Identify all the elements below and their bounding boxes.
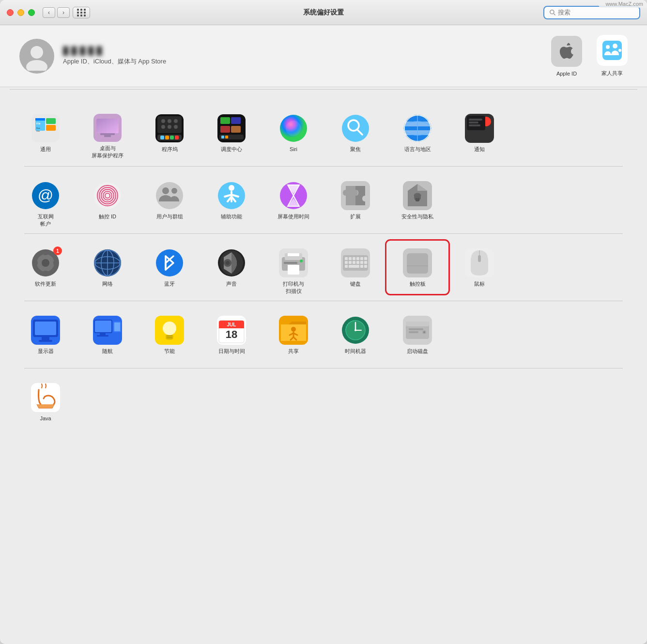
- svg-point-8: [618, 49, 621, 52]
- language-region-pref[interactable]: 语言与地区: [386, 106, 448, 159]
- svg-text:New: New: [36, 127, 40, 129]
- svg-rect-130: [407, 253, 428, 274]
- back-button[interactable]: ‹: [43, 7, 55, 18]
- watermark: www.MacZ.com: [599, 0, 647, 8]
- software-update-pref[interactable]: 1 软件更新: [15, 241, 77, 294]
- maximize-button[interactable]: [28, 9, 35, 16]
- svg-line-1: [554, 14, 555, 15]
- language-region-icon: [403, 114, 432, 143]
- forward-button[interactable]: ›: [57, 7, 70, 18]
- sound-pref[interactable]: 声音: [200, 241, 262, 294]
- trackpad-pref[interactable]: 触控板: [386, 241, 448, 294]
- startup-disk-pref[interactable]: 启动磁盘: [386, 308, 448, 361]
- mission-control-pref[interactable]: 调度中心: [200, 106, 262, 159]
- spotlight-icon: [341, 114, 370, 143]
- screen-time-pref[interactable]: 屏幕使用时间: [262, 173, 324, 227]
- energy-saver-pref[interactable]: 节能: [139, 308, 200, 361]
- general-pref[interactable]: File New One 通用: [15, 106, 77, 159]
- family-icon: [601, 40, 623, 61]
- svg-point-98: [156, 249, 183, 276]
- grid-icon: [77, 9, 86, 16]
- section-divider-5: [24, 368, 623, 368]
- svg-rect-26: [165, 136, 169, 139]
- displays-pref[interactable]: 显示器: [15, 308, 77, 361]
- network-label: 网络: [102, 280, 113, 288]
- sidecar-label: 随航: [102, 348, 113, 355]
- svg-rect-109: [284, 262, 297, 264]
- keyboard-label: 键盘: [350, 280, 361, 288]
- svg-point-29: [161, 119, 165, 123]
- avatar-icon: [22, 42, 51, 71]
- spotlight-label: 聚焦: [350, 146, 361, 153]
- bluetooth-label: 蓝牙: [164, 280, 175, 288]
- update-badge: 1: [53, 246, 62, 255]
- mouse-label: 鼠标: [474, 280, 485, 288]
- dock-pref[interactable]: 程序坞: [139, 106, 200, 159]
- svg-rect-121: [353, 261, 355, 264]
- keyboard-pref[interactable]: 键盘: [324, 241, 386, 294]
- displays-label: 显示器: [38, 348, 54, 355]
- time-machine-pref[interactable]: 时间机器: [324, 308, 386, 361]
- svg-point-6: [606, 45, 610, 49]
- traffic-lights: [7, 9, 35, 16]
- family-sharing-button[interactable]: 家人共享: [597, 35, 628, 77]
- svg-text:File: File: [36, 122, 41, 125]
- notifications-pref[interactable]: 通知: [448, 106, 510, 159]
- desktop-screensaver-icon: [93, 114, 122, 142]
- sharing-pref[interactable]: 共享: [262, 308, 324, 361]
- svg-rect-42: [225, 136, 228, 138]
- mouse-pref[interactable]: 鼠标: [448, 241, 510, 294]
- touchid-pref[interactable]: 触控 ID: [77, 173, 139, 227]
- svg-rect-169: [406, 322, 429, 326]
- profile-subtitle: Apple ID、iCloud、媒体与 App Store: [63, 57, 166, 66]
- family-sharing-label: 家人共享: [601, 70, 623, 77]
- spotlight-pref[interactable]: 聚焦: [324, 106, 386, 159]
- sidecar-pref[interactable]: 随航: [77, 308, 139, 361]
- bluetooth-pref[interactable]: 蓝牙: [139, 241, 200, 294]
- svg-point-161: [291, 327, 296, 332]
- svg-point-7: [613, 44, 617, 48]
- date-time-icon: JUL 18: [217, 316, 246, 345]
- svg-point-148: [163, 322, 176, 335]
- accessibility-pref[interactable]: 辅助功能: [200, 173, 262, 227]
- section-3-grid: 1 软件更新 网络: [15, 236, 632, 299]
- trackpad-icon: [403, 248, 432, 277]
- svg-text:JUL: JUL: [227, 322, 236, 327]
- svg-point-62: [94, 182, 121, 209]
- section-divider-1: [10, 89, 637, 90]
- sound-label: 声音: [226, 280, 237, 288]
- svg-rect-123: [360, 261, 363, 264]
- grid-view-button[interactable]: [73, 7, 90, 18]
- profile-info: █████ Apple ID、iCloud、媒体与 App Store: [63, 46, 166, 66]
- avatar[interactable]: [19, 39, 54, 74]
- siri-pref[interactable]: Siri: [262, 106, 324, 159]
- minimize-button[interactable]: [17, 9, 24, 16]
- svg-rect-28: [175, 136, 179, 139]
- close-button[interactable]: [7, 9, 14, 16]
- users-groups-pref[interactable]: 用户与群组: [139, 173, 200, 227]
- security-privacy-pref[interactable]: 安全性与隐私: [386, 173, 448, 227]
- dock-label: 程序坞: [162, 146, 178, 153]
- extensions-pref[interactable]: 扩展: [324, 173, 386, 227]
- svg-rect-137: [35, 322, 56, 335]
- svg-rect-11: [35, 118, 45, 121]
- desktop-screensaver-pref[interactable]: 桌面与屏幕保护程序: [77, 106, 139, 159]
- date-time-pref[interactable]: JUL 18 日期与时间: [200, 308, 262, 361]
- printers-scanners-label: 打印机与扫描仪: [283, 280, 304, 295]
- svg-text:One: One: [36, 130, 40, 132]
- svg-point-44: [286, 121, 301, 136]
- security-privacy-label: 安全性与隐私: [401, 213, 433, 220]
- java-pref[interactable]: Java: [15, 375, 77, 429]
- internet-accounts-pref[interactable]: @ 互联网帐户: [15, 173, 77, 227]
- dock-icon: [155, 114, 184, 143]
- network-pref[interactable]: 网络: [77, 241, 139, 294]
- search-input[interactable]: [558, 9, 634, 16]
- svg-rect-114: [349, 257, 352, 260]
- printers-scanners-pref[interactable]: 打印机与扫描仪: [262, 241, 324, 294]
- svg-rect-115: [353, 257, 355, 260]
- svg-rect-149: [167, 335, 172, 337]
- section-divider-2: [24, 166, 623, 167]
- svg-rect-23: [157, 116, 182, 133]
- apple-id-button[interactable]: Apple ID: [551, 36, 582, 77]
- svg-text:18: 18: [226, 328, 237, 340]
